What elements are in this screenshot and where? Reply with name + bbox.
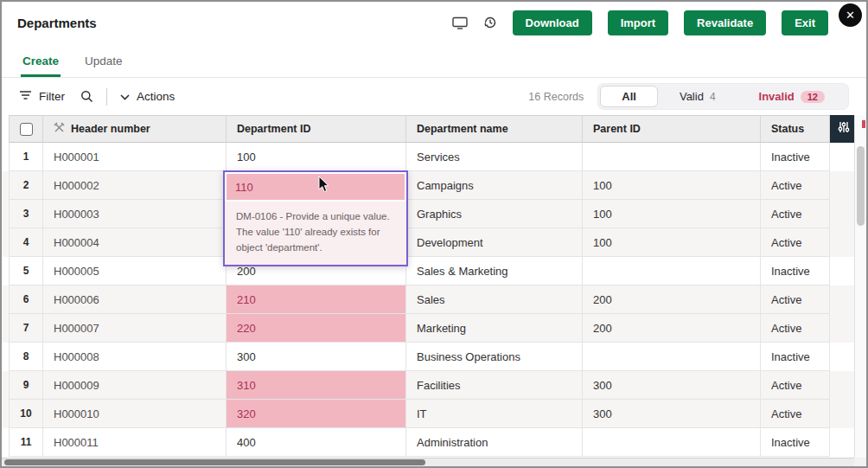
history-icon[interactable] bbox=[483, 16, 497, 29]
column-header-department-id[interactable]: Department ID bbox=[227, 115, 406, 143]
cell-parent-id[interactable] bbox=[583, 428, 761, 457]
vertical-scrollbar-thumb[interactable] bbox=[857, 146, 865, 226]
search-button[interactable] bbox=[80, 90, 93, 103]
cell-header-number[interactable]: H000003 bbox=[43, 200, 227, 228]
cast-icon[interactable] bbox=[452, 16, 468, 29]
actions-button[interactable]: Actions bbox=[120, 90, 175, 103]
cell-header-number[interactable]: H000009 bbox=[43, 371, 227, 400]
cell-department-name[interactable]: Graphics bbox=[406, 200, 583, 228]
cell-department-id[interactable]: 300 bbox=[227, 343, 406, 371]
row-number-cell: 9 bbox=[9, 371, 43, 400]
import-button[interactable]: Import bbox=[608, 10, 668, 35]
segment-invalid-count-badge: 12 bbox=[801, 91, 825, 103]
cell-parent-id[interactable]: 100 bbox=[583, 171, 761, 200]
horizontal-scrollbar[interactable] bbox=[2, 458, 854, 466]
cell-status[interactable]: Active bbox=[761, 285, 830, 314]
cell-status[interactable]: Inactive bbox=[761, 343, 830, 371]
cell-parent-id[interactable] bbox=[583, 143, 761, 171]
cell-department-name[interactable]: Sales & Marketing bbox=[406, 257, 583, 285]
validation-tooltip: 110 DM-0106 - Provide a unique value. Th… bbox=[223, 170, 408, 266]
select-all-checkbox[interactable] bbox=[20, 123, 33, 136]
segment-invalid[interactable]: Invalid 12 bbox=[737, 86, 846, 107]
cell-header-number[interactable]: H000002 bbox=[43, 171, 227, 200]
cell-header-number[interactable]: H000010 bbox=[43, 400, 227, 428]
column-label: Status bbox=[771, 123, 804, 135]
cell-header-number[interactable]: H000006 bbox=[43, 285, 227, 314]
cell-header-number[interactable]: H000011 bbox=[43, 428, 227, 457]
validity-segmented-control: All Valid 4 Invalid 12 bbox=[597, 83, 849, 110]
close-button[interactable]: ✕ bbox=[839, 3, 862, 27]
cell-department-name[interactable]: Campaigns bbox=[406, 171, 583, 200]
cell-status[interactable]: Inactive bbox=[761, 428, 830, 457]
cell-status[interactable]: Active bbox=[761, 314, 830, 343]
cell-parent-id[interactable]: 200 bbox=[583, 285, 761, 314]
cell-parent-id[interactable]: 300 bbox=[583, 400, 761, 428]
cell-status[interactable]: Active bbox=[761, 371, 830, 400]
column-header-parent-id[interactable]: Parent ID bbox=[583, 115, 761, 143]
row-number-cell: 8 bbox=[9, 343, 43, 371]
cell-header-number[interactable]: H000001 bbox=[43, 143, 227, 171]
horizontal-scrollbar-thumb[interactable] bbox=[4, 459, 425, 465]
cell-header-number[interactable]: H000008 bbox=[43, 343, 227, 371]
segment-valid[interactable]: Valid 4 bbox=[658, 86, 737, 107]
download-button[interactable]: Download bbox=[513, 10, 592, 35]
cell-header-number[interactable]: H000005 bbox=[43, 257, 227, 285]
cell-department-name[interactable]: Business Operations bbox=[406, 343, 583, 371]
cell-parent-id[interactable]: 100 bbox=[583, 200, 761, 228]
column-header-status[interactable]: Status bbox=[761, 115, 830, 143]
cell-parent-id[interactable]: 100 bbox=[583, 228, 761, 257]
cell-department-name[interactable]: Administration bbox=[406, 428, 583, 457]
cell-status[interactable]: Active bbox=[761, 228, 830, 257]
cell-department-name[interactable]: Marketing bbox=[406, 314, 583, 343]
cell-parent-id[interactable] bbox=[583, 257, 761, 285]
cell-parent-id[interactable] bbox=[583, 343, 761, 371]
cell-header-number[interactable]: H000004 bbox=[43, 228, 227, 257]
tooltip-error-cell[interactable]: 110 bbox=[227, 174, 405, 200]
cell-status[interactable]: Active bbox=[761, 400, 830, 428]
cell-department-id[interactable]: 310 bbox=[227, 371, 406, 400]
row-number-cell: 2 bbox=[9, 171, 43, 200]
toolbar-divider bbox=[106, 88, 107, 106]
toolbar: Filter Actions 16 Records All Valid 4 In… bbox=[2, 78, 866, 115]
row-number-cell: 1 bbox=[9, 143, 43, 171]
cell-department-id[interactable]: 220 bbox=[227, 314, 406, 343]
cell-status[interactable]: Active bbox=[761, 200, 830, 228]
cell-parent-id[interactable]: 300 bbox=[583, 371, 761, 400]
cell-department-id[interactable]: 210 bbox=[227, 285, 406, 314]
row-number-cell: 11 bbox=[9, 428, 43, 457]
column-header-department-name[interactable]: Department name bbox=[406, 115, 583, 143]
segment-all[interactable]: All bbox=[600, 86, 658, 107]
cell-parent-id[interactable]: 200 bbox=[583, 314, 761, 343]
chevron-down-icon bbox=[120, 90, 130, 103]
column-header-header-number[interactable]: Header number bbox=[43, 115, 227, 143]
cell-department-id[interactable]: 100 bbox=[227, 143, 406, 171]
filter-button[interactable]: Filter bbox=[19, 90, 65, 103]
table-row: 7H000007220Marketing200Active bbox=[2, 314, 858, 343]
tab-update[interactable]: Update bbox=[83, 48, 124, 77]
segment-invalid-label: Invalid bbox=[759, 90, 795, 103]
segment-valid-count: 4 bbox=[710, 91, 716, 103]
tab-bar: Create Update bbox=[2, 43, 866, 78]
exit-button[interactable]: Exit bbox=[782, 10, 828, 35]
topbar-actions: Download Import Revalidate Exit bbox=[452, 10, 851, 35]
column-label: Parent ID bbox=[593, 123, 641, 135]
cell-status[interactable]: Inactive bbox=[761, 143, 830, 171]
row-number-cell: 5 bbox=[9, 257, 43, 285]
cell-department-id[interactable]: 320 bbox=[227, 400, 406, 428]
cell-header-number[interactable]: H000007 bbox=[43, 314, 227, 343]
cell-department-name[interactable]: IT bbox=[406, 400, 583, 428]
cell-department-name[interactable]: Sales bbox=[406, 285, 583, 314]
vertical-scrollbar[interactable] bbox=[854, 115, 866, 458]
cell-department-id[interactable]: 400 bbox=[227, 428, 406, 457]
cell-status[interactable]: Active bbox=[761, 171, 830, 200]
table-row: 11H000011400AdministrationInactive bbox=[2, 428, 858, 457]
cell-status[interactable]: Inactive bbox=[761, 257, 830, 285]
tab-create[interactable]: Create bbox=[21, 48, 61, 77]
records-count: 16 Records bbox=[528, 91, 584, 103]
revalidate-button[interactable]: Revalidate bbox=[684, 10, 766, 35]
cell-department-name[interactable]: Facilities bbox=[406, 371, 583, 400]
crossed-tools-icon bbox=[54, 122, 65, 136]
cell-department-name[interactable]: Services bbox=[406, 143, 583, 171]
table-row: 2H000002110Campaigns100Active bbox=[2, 171, 858, 200]
cell-department-name[interactable]: Development bbox=[406, 228, 583, 257]
